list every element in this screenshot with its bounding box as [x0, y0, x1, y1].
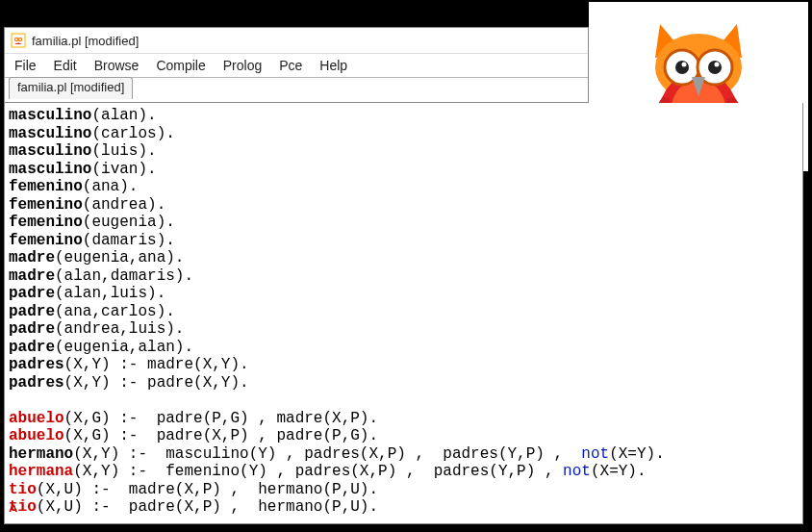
code-text: (X,Y) :- femenino(Y) , padres(X,P) , pad…: [73, 463, 563, 480]
code-text: (alan).: [91, 107, 156, 124]
code-text: (eugenia,ana).: [55, 249, 184, 266]
code-text: (alan,damaris).: [55, 267, 193, 285]
code-text: (alan,luis).: [55, 285, 165, 302]
code-text: (ana,carlos).: [55, 303, 175, 320]
predicate: padre: [9, 339, 55, 356]
predicate: padre: [9, 320, 55, 338]
svg-point-8: [715, 63, 720, 67]
predicate: padre: [9, 303, 55, 320]
code-text: (eugenia).: [83, 214, 175, 231]
code-text: (luis).: [91, 142, 156, 160]
top-dark-strip: [0, 0, 589, 27]
code-text: (X,U) :- madre(X,P) , hermano(P,U).: [37, 481, 378, 498]
predicate: femenino: [9, 178, 83, 195]
code-text: (X,Y) :- padre(X,Y).: [64, 374, 249, 392]
tab-bar: familia.pl [modified]: [5, 78, 588, 99]
code-text: (X,Y) :- masculino(Y) , padres(X,P) , pa…: [73, 445, 581, 463]
predicate: femenino: [9, 214, 83, 231]
code-text: (X,U) :- padre(X,P) , hermano(P,U).: [37, 498, 378, 516]
menu-compile[interactable]: Compile: [156, 58, 205, 73]
predicate-red: hermana: [9, 463, 73, 480]
menu-help[interactable]: Help: [319, 58, 347, 73]
editor-window: familia.pl [modified] File Edit Browse C…: [4, 27, 589, 103]
predicate: femenino: [9, 196, 83, 214]
predicate-red: abuelo: [9, 410, 64, 427]
predicate: masculino: [9, 125, 91, 142]
predicate: masculino: [9, 161, 91, 178]
code-text: (ana).: [83, 178, 139, 195]
code-text: (X=Y).: [609, 445, 665, 463]
code-text: (eugenia,alan).: [55, 339, 193, 356]
predicate-red: abuelo: [9, 427, 64, 444]
code-text: (damaris).: [83, 232, 175, 249]
predicate: hermano: [9, 445, 73, 463]
menu-edit[interactable]: Edit: [54, 58, 77, 73]
predicate: masculino: [9, 142, 91, 160]
caret-icon: ^: [9, 503, 18, 521]
window-title: familia.pl [modified]: [32, 34, 139, 48]
predicate: padres: [9, 356, 64, 373]
code-text: (ivan).: [91, 161, 156, 178]
svg-point-12: [15, 38, 17, 40]
svg-point-6: [708, 61, 722, 74]
keyword-not: not: [563, 463, 591, 480]
predicate: madre: [9, 249, 55, 266]
menubar: File Edit Browse Compile Prolog Pce Help: [5, 54, 588, 78]
tab-familia[interactable]: familia.pl [modified]: [9, 77, 133, 99]
predicate: femenino: [9, 232, 83, 249]
code-text: (X,G) :- padre(X,P) , padre(P,G).: [64, 427, 378, 444]
svg-point-7: [682, 63, 687, 67]
predicate-red: tio: [9, 481, 37, 498]
keyword-not: not: [581, 445, 609, 463]
code-text: (X=Y).: [591, 463, 647, 480]
predicate: masculino: [9, 107, 91, 124]
svg-rect-9: [12, 34, 25, 47]
menu-pce[interactable]: Pce: [279, 58, 302, 73]
code-text: (X,G) :- padre(P,G) , madre(X,P).: [64, 410, 378, 427]
predicate: madre: [9, 267, 55, 285]
predicate: padres: [9, 374, 64, 392]
menu-browse[interactable]: Browse: [94, 58, 140, 73]
code-text: (andrea,luis).: [55, 320, 184, 338]
code-text: (X,Y) :- madre(X,Y).: [64, 356, 249, 373]
code-text: (andrea).: [83, 196, 165, 214]
menu-file[interactable]: File: [14, 58, 37, 73]
titlebar: familia.pl [modified]: [5, 28, 588, 54]
code-editor[interactable]: masculino(alan). masculino(carlos). masc…: [4, 103, 803, 524]
code-text: (carlos).: [91, 125, 174, 142]
svg-point-5: [675, 61, 689, 74]
predicate: padre: [9, 285, 55, 302]
menu-prolog[interactable]: Prolog: [223, 58, 262, 73]
svg-point-13: [19, 38, 21, 40]
app-icon: [11, 33, 26, 48]
